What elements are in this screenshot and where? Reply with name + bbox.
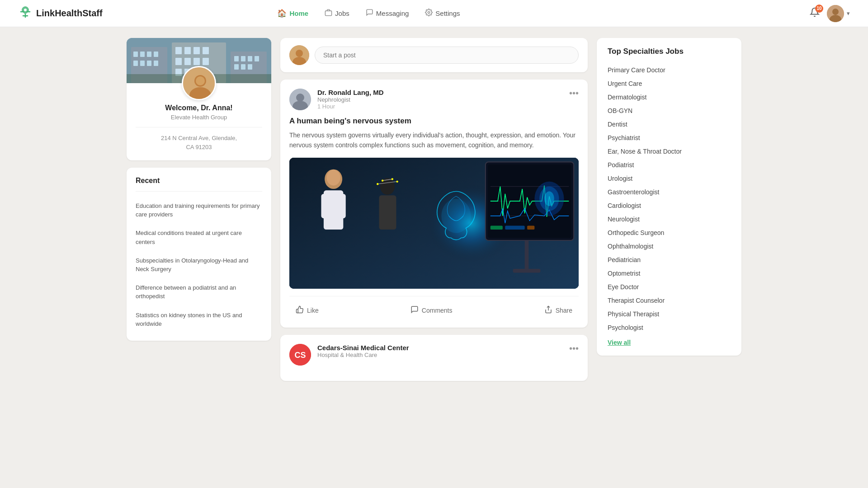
svg-rect-17: [175, 47, 182, 54]
svg-point-72: [544, 191, 554, 206]
notification-button[interactable]: 10: [810, 7, 820, 20]
more-options-button-1[interactable]: •••: [569, 89, 579, 98]
specialty-eye-doctor[interactable]: Eye Doctor: [608, 280, 731, 294]
post-body-1: The nervous system governs virtually eve…: [289, 130, 579, 150]
svg-rect-19: [193, 47, 200, 54]
nav-right: 10 ▾: [810, 5, 850, 22]
list-item[interactable]: Education and training requirements for …: [136, 198, 262, 222]
specialty-therapist-counselor[interactable]: Therapist Counselor: [608, 294, 731, 307]
nav-messaging-label: Messaging: [376, 9, 409, 17]
page-layout: Welcome, Dr. Anna! Elevate Health Group …: [118, 38, 750, 381]
svg-point-56: [326, 170, 340, 186]
messaging-icon: [366, 9, 373, 19]
more-options-button-2[interactable]: •••: [569, 344, 579, 353]
svg-rect-1: [326, 10, 332, 15]
post-title-1: A human being's nervous system: [289, 117, 579, 126]
specialty-ob-gyn[interactable]: OB-GYN: [608, 104, 731, 117]
author-name-2: Cedars-Sinai Medical Center: [317, 344, 563, 352]
svg-point-4: [832, 9, 839, 15]
svg-text:CS: CS: [294, 351, 306, 360]
author-name-1: Dr. Ronald Lang, MD: [317, 89, 563, 96]
specialties-card: Top Specialties Jobs Primary Care Doctor…: [597, 38, 741, 356]
svg-rect-8: [133, 52, 138, 57]
nav-home-label: Home: [289, 9, 308, 17]
specialty-dermatologist[interactable]: Dermatologist: [608, 90, 731, 104]
svg-rect-21: [175, 58, 182, 65]
share-button[interactable]: Share: [538, 303, 579, 319]
svg-rect-33: [255, 56, 259, 61]
nav-settings[interactable]: Settings: [425, 9, 460, 19]
nav-jobs[interactable]: Jobs: [325, 9, 349, 19]
specialty-pediatrician[interactable]: Pediatrician: [608, 253, 731, 267]
notification-badge: 10: [815, 5, 823, 13]
svg-rect-75: [527, 225, 534, 230]
nav-jobs-label: Jobs: [335, 9, 349, 17]
view-all-link[interactable]: View all: [608, 339, 631, 346]
profile-avatar-wrap: [127, 66, 271, 100]
list-item[interactable]: Statistics on kidney stones in the US an…: [136, 307, 262, 332]
post-input[interactable]: [315, 47, 579, 64]
specialty-gastroenterologist[interactable]: Gastroenterologist: [608, 185, 731, 199]
jobs-icon: [325, 9, 332, 19]
nav-messaging[interactable]: Messaging: [366, 9, 409, 19]
specialty-psychiatrist[interactable]: Psychiatrist: [608, 131, 731, 145]
specialty-ent[interactable]: Ear, Nose & Throat Doctor: [608, 145, 731, 158]
svg-rect-9: [140, 52, 145, 57]
specialty-psychologist[interactable]: Psychologist: [608, 321, 731, 334]
org-avatar-2: CS: [289, 344, 311, 366]
specialty-dentist[interactable]: Dentist: [608, 117, 731, 131]
profile-avatar: [182, 66, 216, 100]
specialty-urgent-care[interactable]: Urgent Care: [608, 77, 731, 90]
list-item[interactable]: Subspecialties in Otolaryngology-Head an…: [136, 253, 262, 277]
svg-rect-11: [154, 52, 158, 57]
feed-actions-1: Like Comments Share: [289, 296, 579, 319]
svg-rect-74: [505, 225, 524, 230]
nav-home[interactable]: 🏠 Home: [277, 9, 308, 18]
svg-rect-32: [248, 56, 252, 61]
specialty-cardiologist[interactable]: Cardiologist: [608, 199, 731, 212]
svg-rect-12: [133, 61, 138, 66]
specialty-urologist[interactable]: Urologist: [608, 172, 731, 185]
recent-divider: [136, 191, 262, 192]
svg-rect-77: [513, 269, 541, 273]
specialty-optometrist[interactable]: Optometrist: [608, 267, 731, 280]
specialty-ophthalmologist[interactable]: Ophthalmologist: [608, 239, 731, 253]
svg-rect-54: [321, 194, 327, 218]
recent-card: Recent Education and training requiremen…: [127, 168, 271, 341]
svg-rect-24: [203, 58, 209, 65]
specialty-orthopedic-surgeon[interactable]: Orthopedic Surgeon: [608, 226, 731, 239]
specialty-podiatrist[interactable]: Podiatrist: [608, 158, 731, 172]
logo[interactable]: LinkHealthStaff: [18, 5, 103, 22]
list-item[interactable]: Medical conditions treated at urgent car…: [136, 225, 262, 249]
like-button[interactable]: Like: [289, 303, 325, 319]
svg-point-43: [296, 50, 303, 57]
specialty-physical-therapist[interactable]: Physical Therapist: [608, 307, 731, 321]
svg-rect-30: [234, 56, 239, 61]
post-image-1: [289, 158, 579, 289]
post-create-avatar: [289, 45, 309, 65]
user-avatar: [827, 5, 844, 22]
svg-rect-18: [184, 47, 191, 54]
svg-point-61: [377, 183, 378, 185]
user-avatar-wrap[interactable]: ▾: [827, 5, 850, 22]
specialty-neurologist[interactable]: Neurologist: [608, 212, 731, 226]
svg-rect-13: [140, 61, 145, 66]
svg-rect-31: [241, 56, 245, 61]
left-panel: Welcome, Dr. Anna! Elevate Health Group …: [127, 38, 271, 381]
post-create-card: [280, 38, 588, 72]
brain-scene: [289, 158, 579, 289]
svg-rect-22: [184, 58, 191, 65]
specialty-primary-care[interactable]: Primary Care Doctor: [608, 63, 731, 77]
svg-rect-10: [147, 52, 151, 57]
author-role-2: Hospital & Health Care: [317, 352, 563, 358]
list-item[interactable]: Difference between a podiatrist and an o…: [136, 280, 262, 304]
feed-card-1: Dr. Ronald Lang, MD Nephrologist 1 Hour …: [280, 80, 588, 328]
svg-point-64: [392, 178, 393, 180]
nav-links: 🏠 Home Jobs Messaging Settings: [277, 9, 460, 19]
svg-rect-15: [154, 61, 158, 66]
svg-rect-73: [491, 225, 503, 230]
comments-button[interactable]: Comments: [404, 303, 459, 319]
profile-divider: [136, 127, 262, 127]
user-chevron-icon: ▾: [847, 10, 850, 17]
profile-organization: Elevate Health Group: [136, 114, 262, 121]
